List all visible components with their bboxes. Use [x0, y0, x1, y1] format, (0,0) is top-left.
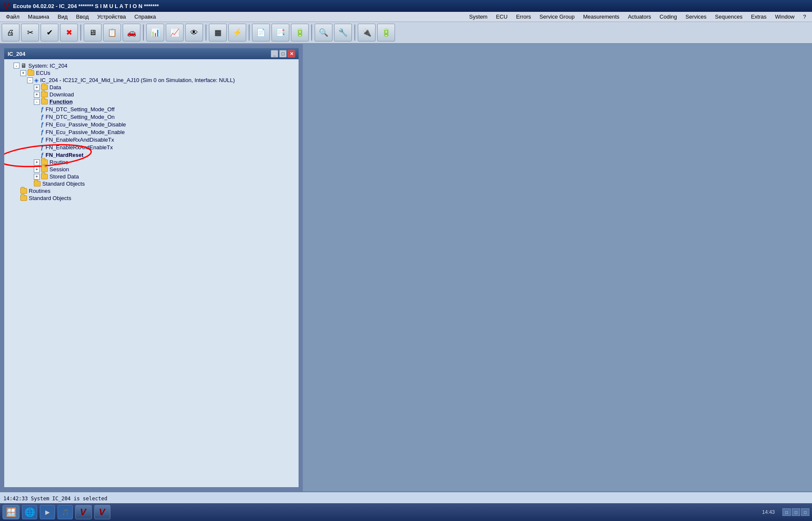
- v-logo: V: [3, 0, 10, 11]
- expand-download[interactable]: +: [34, 92, 40, 98]
- expand-ecus[interactable]: +: [20, 70, 26, 76]
- fn1-label: FN_DTC_Setting_Mode_Off: [46, 106, 115, 112]
- func-icon-4: ƒ: [41, 129, 44, 135]
- download-folder-icon: [41, 92, 48, 97]
- minimize-button[interactable]: _: [271, 50, 278, 58]
- menu-errors[interactable]: Errors: [512, 13, 535, 21]
- tree-node-standardobj2[interactable]: Standard Objects: [7, 195, 296, 202]
- menu-window[interactable]: Window: [771, 13, 799, 21]
- tree-node-data[interactable]: + Data: [7, 84, 296, 91]
- cancel-button[interactable]: ✖: [60, 24, 78, 41]
- tree-node-session[interactable]: + Session: [7, 166, 296, 173]
- start-button[interactable]: 🪟: [3, 505, 19, 519]
- tree-node-function[interactable]: - Function: [7, 98, 296, 105]
- os-title-bar: V Ecoute 04.02.02 - IC_204 ******* S I M…: [0, 0, 812, 12]
- media-button[interactable]: ▶: [40, 505, 55, 519]
- car-button[interactable]: 🚗: [123, 24, 140, 41]
- toolbar: 🖨 ✂ ✔ ✖ 🖥 📋 🚗 📊 📈 👁 ▦ ⚡ 📄 📑 🔋 🔍 🔧 🔌 🔋: [0, 22, 812, 44]
- menu-system[interactable]: System: [465, 13, 491, 21]
- expand-system[interactable]: -: [14, 63, 19, 69]
- tree-node-fn7[interactable]: ƒ FN_HardReset: [7, 151, 296, 159]
- routine-label: Routine: [49, 159, 69, 165]
- menu-actuators[interactable]: Actuators: [624, 13, 656, 21]
- tree-node-standardobj[interactable]: Standard Objects: [7, 180, 296, 187]
- menu-coding[interactable]: Coding: [656, 13, 681, 21]
- menu-sequences[interactable]: Sequences: [711, 13, 747, 21]
- menu-help[interactable]: Справка: [130, 13, 160, 21]
- system-icon: 🖥: [21, 62, 27, 69]
- table-button[interactable]: 📑: [272, 24, 289, 41]
- page-button[interactable]: 📄: [252, 24, 270, 41]
- tree-node-fn2[interactable]: ƒ FN_DTC_Setting_Mode_On: [7, 113, 296, 121]
- separator-2: [143, 25, 144, 41]
- check-button[interactable]: ✔: [41, 24, 58, 41]
- computer-button[interactable]: 🖥: [84, 24, 102, 41]
- menu-measurements[interactable]: Measurements: [579, 13, 624, 21]
- grid-button[interactable]: ▦: [209, 24, 227, 41]
- separator-6: [354, 25, 355, 41]
- audio-button[interactable]: 🎵: [58, 505, 73, 519]
- tree-node-storeddata[interactable]: + Stored Data: [7, 173, 296, 180]
- func-icon-7: ƒ: [41, 151, 44, 158]
- ie-button[interactable]: 🌐: [22, 505, 37, 519]
- session-label: Session: [49, 166, 69, 173]
- tree-node-download[interactable]: + Download: [7, 91, 296, 98]
- close-button[interactable]: ✕: [288, 50, 295, 58]
- tree-node-system[interactable]: - 🖥 System: IC_204: [7, 62, 296, 69]
- corner-btn-1[interactable]: □: [782, 508, 791, 516]
- print-button[interactable]: 🖨: [2, 24, 19, 41]
- tree-node-ecus[interactable]: + ECUs: [7, 69, 296, 77]
- corner-btn-2[interactable]: □: [792, 508, 800, 516]
- tree-node-fn6[interactable]: ƒ FN_EnableRxAndEnableTx: [7, 143, 296, 151]
- document-button[interactable]: 📋: [103, 24, 121, 41]
- expand-routine[interactable]: +: [34, 159, 40, 165]
- menu-file[interactable]: Файл: [2, 13, 24, 21]
- storeddata-label: Stored Data: [49, 173, 79, 180]
- tree-node-ic204[interactable]: - ◈ IC_204 - IC212_IC_204_Mid_Line_AJ10 …: [7, 77, 296, 84]
- corner-btn-3[interactable]: □: [801, 508, 809, 516]
- tree-node-routine[interactable]: + Routine: [7, 159, 296, 166]
- expand-ic204[interactable]: -: [27, 77, 33, 83]
- unplug-button[interactable]: 🔋: [377, 24, 395, 41]
- search-button[interactable]: 🔍: [315, 24, 332, 41]
- plug-button[interactable]: 🔌: [358, 24, 376, 41]
- storeddata-folder-icon: [41, 174, 48, 179]
- fn7-label: FN_HardReset: [46, 152, 84, 158]
- lightning-button[interactable]: ⚡: [228, 24, 246, 41]
- graph-button[interactable]: 📈: [166, 24, 184, 41]
- menu-services[interactable]: Services: [681, 13, 711, 21]
- menu-machine[interactable]: Машина: [24, 13, 53, 21]
- menu-ecu[interactable]: ECU: [492, 13, 512, 21]
- chart-button[interactable]: 📊: [146, 24, 164, 41]
- expand-session[interactable]: +: [34, 167, 40, 173]
- menu-question[interactable]: ?: [799, 13, 810, 21]
- tree-node-routines[interactable]: Routines: [7, 187, 296, 195]
- menu-service-group[interactable]: Service Group: [535, 13, 579, 21]
- maximize-button[interactable]: □: [279, 50, 287, 58]
- menu-extras[interactable]: Extras: [747, 13, 771, 21]
- fn3-label: FN_Ecu_Passive_Mode_Disable: [46, 121, 126, 128]
- eye-button[interactable]: 👁: [185, 24, 203, 41]
- function-folder-icon: [41, 99, 48, 104]
- cut-button[interactable]: ✂: [21, 24, 39, 41]
- tree-node-fn5[interactable]: ƒ FN_EnableRxAndDisableTx: [7, 136, 296, 143]
- window-panel: IC_204 _ □ ✕ - 🖥 System: IC_204 + ECUs: [3, 47, 299, 488]
- menu-devices[interactable]: Устройства: [93, 13, 130, 21]
- expand-data[interactable]: +: [34, 85, 40, 90]
- app2-button[interactable]: V: [94, 505, 111, 519]
- menu-view[interactable]: Вид: [53, 13, 72, 21]
- battery-button[interactable]: 🔋: [291, 24, 309, 41]
- expand-storeddata[interactable]: +: [34, 174, 40, 180]
- corner-buttons: □ □ □: [782, 508, 809, 516]
- app1-button[interactable]: V: [75, 505, 92, 519]
- session-folder-icon: [41, 167, 48, 172]
- menu-input[interactable]: Ввод: [72, 13, 93, 21]
- tree-node-fn1[interactable]: ƒ FN_DTC_Setting_Mode_Off: [7, 105, 296, 113]
- tools-button[interactable]: 🔧: [334, 24, 352, 41]
- tree-node-fn3[interactable]: ƒ FN_Ecu_Passive_Mode_Disable: [7, 121, 296, 128]
- data-label: Data: [49, 84, 61, 90]
- expand-function[interactable]: -: [34, 99, 40, 105]
- function-label: Function: [49, 99, 73, 105]
- right-panel: [303, 44, 812, 491]
- tree-node-fn4[interactable]: ƒ FN_Ecu_Passive_Mode_Enable: [7, 128, 296, 136]
